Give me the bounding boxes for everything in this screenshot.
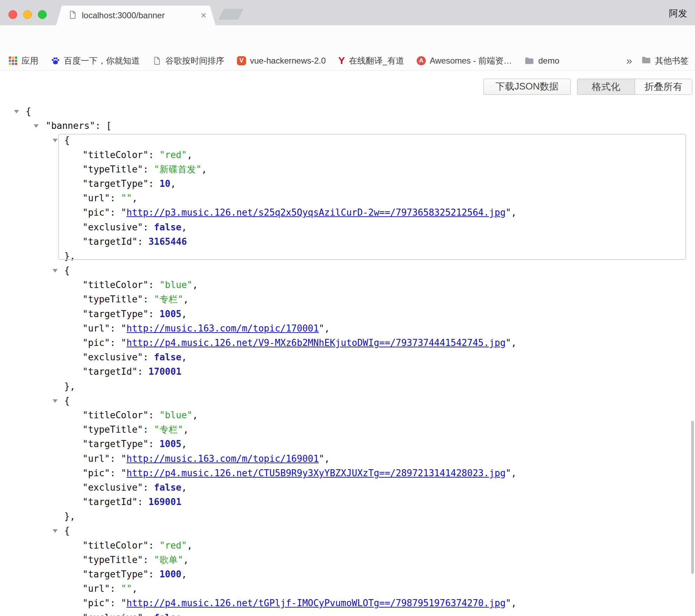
other-bookmarks-folder[interactable]: 其他书签: [641, 55, 689, 66]
json-link[interactable]: http://music.163.com/m/topic/170001: [126, 323, 319, 334]
json-row: "targetId": 169001: [0, 495, 695, 509]
json-row: {: [0, 263, 695, 278]
bookmark-item[interactable]: 百度一下，你就知道: [51, 55, 140, 66]
collapse-triangle-icon[interactable]: [53, 139, 58, 142]
json-link[interactable]: http://p4.music.126.net/CTU5B9R9y3XyYBZX…: [126, 468, 505, 478]
folder-icon: [641, 56, 651, 66]
download-json-button[interactable]: 下载JSON数据: [483, 79, 571, 95]
json-token: false: [154, 352, 181, 362]
json-token: :: [110, 453, 121, 464]
scrollbar-thumb[interactable]: [691, 421, 694, 574]
json-token: ,: [170, 178, 176, 189]
json-row: "url": "",: [0, 582, 695, 596]
bookmark-item[interactable]: 谷歌按时间排序: [152, 55, 224, 66]
json-token: "专栏": [154, 424, 183, 435]
json-row: {: [0, 133, 695, 148]
json-token: false: [154, 222, 181, 232]
json-token: ,: [511, 598, 517, 608]
json-token: "exclusive": [82, 612, 143, 616]
json-token: "typeTitle": [82, 294, 143, 304]
json-token: },: [64, 381, 75, 392]
collapse-triangle-icon[interactable]: [53, 529, 58, 533]
browser-tab[interactable]: localhost:3000/banner ×: [56, 6, 216, 25]
json-token: "url": [82, 323, 110, 334]
json-line: "pic": "http://p4.music.126.net/V9-MXz6b…: [82, 336, 517, 350]
collapse-all-button[interactable]: 折叠所有: [635, 79, 692, 94]
json-token: ": [121, 598, 127, 608]
json-token: ,: [183, 555, 189, 565]
json-row: {: [0, 104, 695, 119]
baidu-paw-icon: [51, 56, 60, 65]
json-line: "url": "http://music.163.com/m/topic/170…: [82, 321, 330, 336]
json-token: :: [148, 410, 159, 420]
json-token: "titleColor": [82, 280, 148, 290]
json-token: },: [64, 251, 75, 261]
bookmark-label: demo: [538, 56, 559, 66]
json-token: :: [110, 193, 121, 203]
json-token: "blue": [159, 410, 192, 420]
json-row: "typeTitle": "专栏",: [0, 292, 695, 307]
bookmark-item[interactable]: 应用: [8, 55, 38, 66]
json-token: 1000: [159, 569, 181, 579]
format-collapse-group: 格式化 折叠所有: [577, 79, 692, 95]
minimize-window-button[interactable]: [23, 10, 32, 19]
json-line: "url": "http://music.163.com/m/topic/169…: [82, 452, 330, 466]
json-token: ,: [132, 193, 138, 203]
collapse-triangle-icon[interactable]: [14, 110, 19, 113]
bookmark-label: vue-hackernews-2.0: [250, 56, 326, 66]
navigation-bar: ← → ↻ i localhost:3000/banner ☆ Ven英FET: [0, 25, 695, 51]
json-token: "targetType": [82, 178, 148, 189]
new-tab-button[interactable]: [218, 9, 243, 20]
collapse-triangle-icon[interactable]: [34, 124, 39, 128]
json-line: "pic": "http://p3.music.126.net/s25q2x5Q…: [82, 205, 517, 220]
json-token: :: [143, 294, 154, 304]
other-bookmarks-label: 其他书签: [655, 55, 689, 66]
json-token: "url": [82, 453, 110, 464]
page-content: 下载JSON数据 格式化 折叠所有 {"banners": [{"titleCo…: [0, 71, 695, 616]
json-token: ,: [511, 468, 517, 478]
json-link[interactable]: http://music.163.com/m/topic/169001: [126, 453, 319, 464]
fullscreen-window-button[interactable]: [38, 10, 47, 19]
json-line: "targetId": 3165446: [82, 235, 187, 249]
bookmark-item[interactable]: Y在线翻译_有道: [338, 55, 404, 66]
tab-favicon-page-icon: [68, 10, 77, 21]
bookmark-item[interactable]: Vvue-hackernews-2.0: [237, 56, 326, 66]
profile-name[interactable]: 阿发: [669, 7, 687, 20]
json-token: : [: [95, 120, 112, 131]
bookmarks-overflow-chevron-icon[interactable]: »: [626, 55, 632, 67]
json-link[interactable]: http://p3.music.126.net/s25q2x5QyqsAzilC…: [126, 207, 505, 218]
json-token: 10: [159, 178, 170, 189]
bookmark-label: 在线翻译_有道: [349, 55, 404, 66]
json-token: :: [110, 468, 121, 478]
json-link[interactable]: http://p4.music.126.net/tGPljf-IMOCyPvum…: [126, 598, 505, 608]
bookmark-label: Awesomes - 前端资…: [430, 55, 512, 66]
json-token: ,: [183, 424, 189, 435]
json-row: "pic": "http://p3.music.126.net/s25q2x5Q…: [0, 205, 695, 220]
json-token: :: [143, 424, 154, 435]
bookmark-label: 百度一下，你就知道: [64, 55, 140, 66]
json-token: :: [143, 352, 154, 362]
bookmark-item[interactable]: AAwesomes - 前端资…: [417, 55, 512, 66]
tab-close-icon[interactable]: ×: [201, 11, 206, 20]
json-token: ": [319, 453, 324, 464]
json-link[interactable]: http://p4.music.126.net/V9-MXz6b2MNhEKju…: [126, 338, 505, 348]
json-row: "targetId": 170001: [0, 365, 695, 379]
format-button[interactable]: 格式化: [577, 79, 635, 94]
json-token: "": [121, 193, 132, 203]
json-line: {: [64, 263, 70, 278]
collapse-triangle-icon[interactable]: [53, 399, 58, 403]
json-line: "exclusive": false,: [82, 220, 187, 235]
close-window-button[interactable]: [8, 10, 17, 19]
json-token: "titleColor": [82, 150, 148, 160]
bookmark-item[interactable]: demo: [524, 56, 559, 66]
json-row: "banners": [: [0, 119, 695, 133]
json-token: :: [143, 482, 154, 493]
json-row: "typeTitle": "新碟首发",: [0, 162, 695, 177]
json-line: "titleColor": "red",: [82, 538, 192, 553]
json-line: "titleColor": "blue",: [82, 408, 198, 422]
json-token: ,: [192, 410, 198, 420]
json-token: ": [505, 598, 511, 608]
json-row: "url": "http://music.163.com/m/topic/170…: [0, 321, 695, 336]
json-row: {: [0, 524, 695, 538]
collapse-triangle-icon[interactable]: [53, 269, 58, 273]
